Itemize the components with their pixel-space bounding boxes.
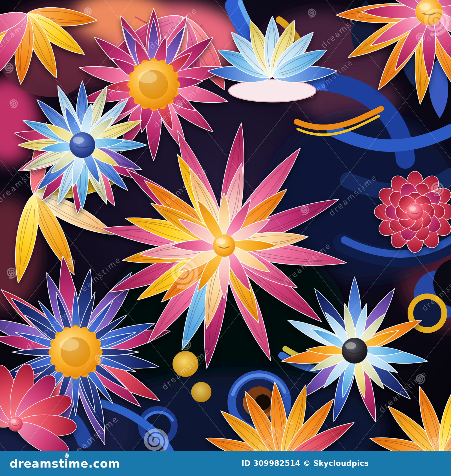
watermark-spiral-icon	[83, 6, 92, 16]
watermark-text: dreamstime	[71, 255, 123, 300]
dreamstime-logo: dreamstime.com	[10, 457, 120, 470]
watermark-text: dreamstime	[327, 172, 379, 218]
watermark-text: dreamstime	[0, 159, 47, 204]
logo-text-right: ime.com	[64, 457, 120, 470]
watermark-text: dreamstime	[154, 165, 209, 214]
watermark-spiral-icon	[94, 353, 104, 364]
watermark-text: dreamstime	[421, 270, 451, 313]
watermark-text: dreamstime	[147, 5, 199, 51]
watermark-text: dreamstime	[24, 306, 76, 352]
watermark-spiral-icon	[420, 6, 451, 37]
dreamstime-spiral-icon	[64, 453, 69, 458]
stock-photo-preview: dreamstimedreamstimedreamstimedreamstime…	[0, 0, 451, 476]
watermark-text: dreamstime	[281, 241, 333, 286]
watermark-layer: dreamstimedreamstimedreamstimedreamstime…	[0, 0, 451, 451]
image-credit-text: ID 309982514 © Skycloudpics	[242, 459, 369, 468]
watermark-spiral-icon	[306, 8, 317, 18]
watermark-spiral-icon	[299, 204, 310, 215]
watermark-spiral-icon	[180, 339, 192, 350]
watermark-spiral-icon	[429, 181, 445, 197]
watermark-text: dreamstime	[307, 58, 355, 100]
watermark-spiral-icon	[65, 257, 76, 267]
footer-bar: dreamstime.com ID 309982514 © Skycloudpi…	[0, 451, 451, 476]
watermark-text: dreamstime	[319, 5, 371, 50]
watermark-text: dreamstime	[71, 82, 123, 128]
watermark-spiral-icon	[174, 99, 183, 108]
logo-text-left: dreamst	[10, 457, 64, 470]
watermark-text: dreamstime	[0, 7, 44, 49]
watermark-spiral-icon	[166, 255, 200, 289]
watermark-spiral-icon	[429, 437, 441, 448]
watermark-text: dreamstime	[160, 346, 212, 392]
watermark-spiral-icon	[8, 98, 18, 108]
watermark-spiral-icon	[5, 266, 17, 279]
watermark-spiral-icon	[268, 426, 276, 434]
watermark-spiral-icon	[414, 373, 426, 384]
watermark-spiral-icon	[3, 62, 14, 73]
